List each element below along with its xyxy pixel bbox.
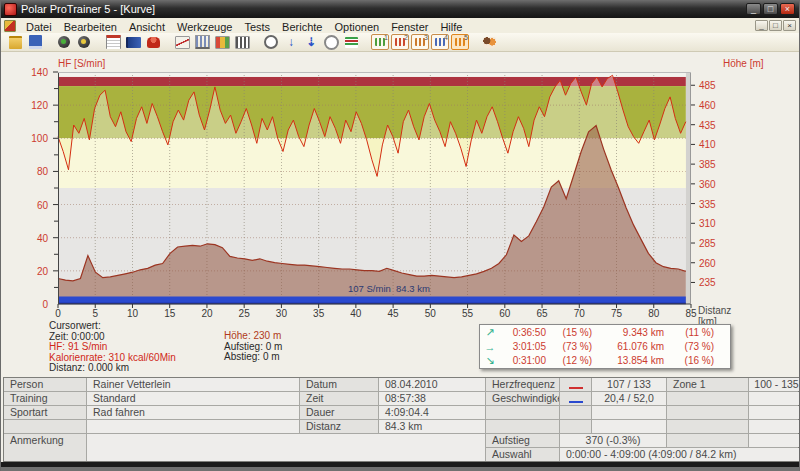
view-3-button[interactable]: 3 [411, 34, 429, 50]
menu-fenster[interactable]: Fenster [385, 21, 434, 33]
zoom-button[interactable] [262, 34, 280, 50]
value-distanz: 84.3 km [379, 420, 485, 433]
menu-hilfe[interactable]: Hilfe [434, 21, 468, 33]
right-tick-435: 435 [699, 120, 716, 131]
value-training: Standard [87, 392, 299, 405]
right-tick-360: 360 [699, 179, 716, 190]
value-person: Rainer Vetterlein [87, 378, 299, 391]
hr-altitude-chart[interactable]: 107 S/min 84.3 km [58, 72, 691, 304]
multi-curves-button[interactable] [342, 34, 360, 50]
label-training: Training [4, 392, 86, 405]
transfer-icon [58, 36, 70, 48]
x-tick-55: 55 [457, 308, 479, 319]
left-tick-0: 0 [24, 299, 48, 310]
label-anmerkung: Anmerkung [4, 434, 86, 461]
menu-bearbeiten[interactable]: Bearbeiten [58, 21, 123, 33]
x-tick-15: 15 [159, 308, 181, 319]
herzfrequenz-line-icon [560, 378, 591, 391]
left-tick-60: 60 [24, 200, 48, 211]
x-tick-70: 70 [568, 308, 590, 319]
x-tick-10: 10 [121, 308, 143, 319]
menu-tests[interactable]: Tests [238, 21, 276, 33]
trend-arrow-icon: ↗ [480, 326, 500, 339]
cursor-info: Cursorwert: Zeit: 0:00:00HF: 91 S/minKal… [49, 321, 176, 374]
x-tick-50: 50 [419, 308, 441, 319]
calendar-button[interactable] [104, 34, 122, 50]
mdi-restore-button[interactable]: □ [769, 20, 782, 31]
x-tick-20: 20 [196, 308, 218, 319]
view-5-button[interactable]: 5 [451, 34, 469, 50]
right-tick-485: 485 [699, 80, 716, 91]
label-auswahl: Auswahl [486, 448, 559, 461]
label-zeit: Zeit [300, 392, 378, 405]
label-geschwindigkeit: Geschwindigkeit [486, 392, 559, 405]
table-cell [592, 420, 666, 433]
value-aufstieg: 370 (-0.3%) [560, 434, 666, 447]
table-cell [667, 406, 748, 419]
left-tick-20: 20 [24, 266, 48, 277]
mdi-minimize-button[interactable]: _ [755, 20, 768, 31]
polar-app-icon [4, 3, 17, 16]
view-2-button[interactable]: 2 [391, 34, 409, 50]
menu-datei[interactable]: Datei [20, 21, 58, 33]
label-person: Person [4, 378, 86, 391]
x-tick-35: 35 [308, 308, 330, 319]
open-button[interactable] [6, 34, 24, 50]
cursor-line-3: Distanz: 0.000 km [49, 363, 176, 374]
import-laps-button[interactable]: ⇣ [302, 34, 320, 50]
table-cell [749, 392, 800, 405]
lap-times-view-button[interactable] [233, 34, 251, 50]
table-cell [486, 420, 559, 433]
bar-chart-view-button[interactable] [193, 34, 211, 50]
x-tick-25: 25 [233, 308, 255, 319]
trend-arrow-icon: → [480, 341, 500, 353]
maximize-button[interactable]: □ [763, 3, 778, 15]
menu-bar: DateiBearbeitenAnsichtWerkzeugeTestsBeri… [1, 18, 799, 34]
value-zeit: 08:57:38 [379, 392, 485, 405]
label-empty [4, 420, 86, 433]
value-auswahl: 0:00:00 - 4:09:00 (4:09:00 / 84.2 km) [560, 448, 800, 461]
transfer-button[interactable] [55, 34, 73, 50]
selection-summary-label: 107 S/min 84.3 km [348, 283, 430, 294]
mdi-close-button[interactable]: × [783, 20, 796, 31]
persons-button[interactable] [480, 34, 498, 50]
right-axis-title: Höhe [m] [723, 58, 764, 69]
label-distanz: Distanz [300, 420, 378, 433]
window-title: Polar ProTrainer 5 - [Kurve] [21, 4, 155, 15]
altitude-line-2: Abstieg: 0 m [224, 352, 282, 363]
table-cell [749, 420, 800, 433]
menu-werkzeuge[interactable]: Werkzeuge [171, 21, 238, 33]
view-4-button[interactable]: 4 [431, 34, 449, 50]
menu-ansicht[interactable]: Ansicht [123, 21, 171, 33]
save-button[interactable] [26, 34, 44, 50]
view-1-button[interactable]: 1 [371, 34, 389, 50]
percent-view-button[interactable] [213, 34, 231, 50]
import-curve-button[interactable]: ↓ [282, 34, 300, 50]
curve-view-button[interactable] [173, 34, 191, 50]
reset-time-button[interactable] [322, 34, 340, 50]
x-tick-5: 5 [84, 308, 106, 319]
value-sportart: Rad fahren [87, 406, 299, 419]
kurve-window-icon [4, 20, 16, 32]
session-summary-table: PersonRainer VetterleinTrainingStandardS… [3, 377, 799, 462]
right-tick-410: 410 [699, 139, 716, 150]
persons-icon [483, 37, 496, 48]
menu-berichte[interactable]: Berichte [276, 21, 328, 33]
table-cell [749, 406, 800, 419]
table-cell [486, 406, 559, 419]
menu-optionen[interactable]: Optionen [328, 21, 385, 33]
close-button[interactable]: × [780, 3, 795, 15]
label-dauer: Dauer [300, 406, 378, 419]
reminder-button[interactable] [144, 34, 162, 50]
label-datum: Datum [300, 378, 378, 391]
right-tick-260: 260 [699, 258, 716, 269]
minimize-button[interactable]: _ [746, 3, 761, 15]
x-tick-30: 30 [270, 308, 292, 319]
right-tick-285: 285 [699, 238, 716, 249]
right-tick-235: 235 [699, 277, 716, 288]
altitude-info: Höhe: 230 mAufstieg: 0 mAbstieg: 0 m [224, 331, 282, 363]
x-tick-40: 40 [345, 308, 367, 319]
diary-button[interactable] [124, 34, 142, 50]
reset-time-icon [324, 35, 339, 50]
security-key-button[interactable] [75, 34, 93, 50]
